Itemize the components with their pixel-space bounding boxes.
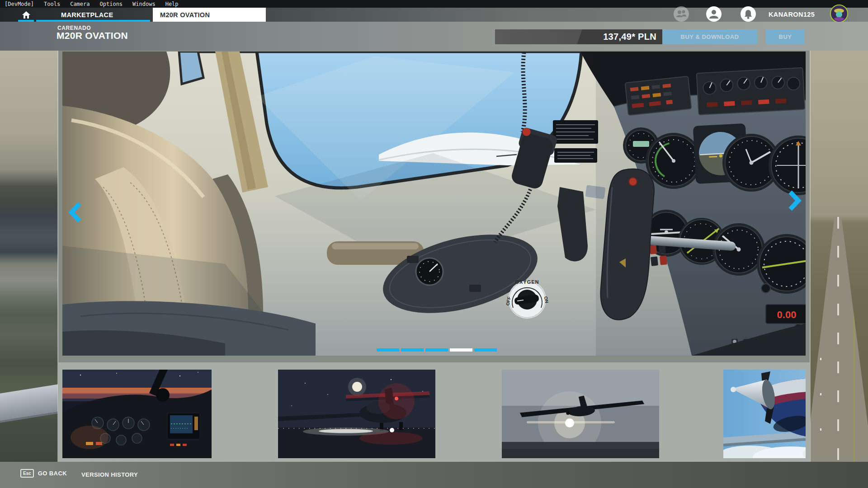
buy-download-button[interactable]: BUY & DOWNLOAD [662,29,757,44]
carousel-image-cockpit-interior: OXYGEN OFF ON [62,52,806,356]
page-title: M20R OVATION [57,30,128,41]
chevron-right-icon[interactable] [787,190,802,211]
menu-help[interactable]: Help [165,1,179,7]
menu-options[interactable]: Options [100,1,123,7]
cockpit-interior-art: OXYGEN OFF ON [62,52,806,356]
sim-background-left [0,51,58,462]
thumbnail-night-exterior[interactable] [278,370,435,458]
home-icon [22,11,30,19]
pagination-bar[interactable] [401,348,424,352]
tab-marketplace[interactable]: MARKETPLACE [36,8,150,22]
buy-button[interactable]: BUY [766,29,805,44]
chevron-left-icon[interactable] [68,202,83,223]
username-label: KANARON125 [769,11,815,18]
tab-marketplace-label: MARKETPLACE [61,11,113,19]
pagination-bar[interactable] [474,348,497,352]
esc-key: Esc [20,469,34,478]
menu-tools[interactable]: Tools [44,1,60,7]
bell-icon[interactable] [741,6,756,22]
pagination-bar[interactable] [377,348,399,352]
tab-product-label: M20R OVATION [160,11,210,19]
version-history-button[interactable]: VERSION HISTORY [81,471,138,478]
thumbnail-nose-closeup[interactable] [723,370,806,458]
pagination-bar[interactable] [425,348,448,352]
menu-camera[interactable]: Camera [70,1,90,7]
carousel-pagination [377,348,497,352]
tab-bar: MARKETPLACE M20R OVATION [0,8,868,22]
thumbnail-night-cockpit[interactable] [62,370,212,458]
aircraft-wing-background [0,383,58,423]
go-back-label: GO BACK [38,470,67,477]
runway-centerline [837,217,839,462]
runway-edge-line [854,217,855,462]
menu-windows[interactable]: Windows [132,1,156,7]
sim-background-right [810,51,868,462]
avatar[interactable] [830,5,848,23]
tab-home[interactable] [18,8,34,22]
tab-product[interactable]: M20R OVATION [153,8,266,22]
oxygen-label: OXYGEN [515,279,539,285]
pagination-bar[interactable] [450,348,472,352]
friends-icon[interactable] [674,6,689,22]
runway-background [810,217,868,462]
devmode-menubar: [DevMode] Tools Camera Options Windows H… [0,0,868,8]
price-value: 137,49* PLN [495,29,656,44]
go-back-button[interactable]: Esc GO BACK [20,469,67,478]
msfs-marketplace-screen: [DevMode] Tools Camera Options Windows H… [0,0,868,488]
profile-icon[interactable] [706,6,722,22]
thumbnail-flight-sunset[interactable] [502,370,659,458]
menu-devmode[interactable]: [DevMode] [5,1,34,7]
runway-edge-lights [820,217,821,462]
